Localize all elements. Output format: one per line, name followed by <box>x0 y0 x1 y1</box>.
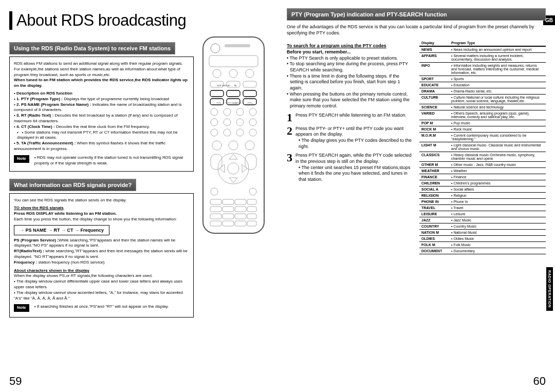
rds-item-list: 1. PTY (Program Type) : Displays the typ… <box>14 97 189 152</box>
table-row: NEWSNews including an announced opinion … <box>419 46 546 53</box>
note-label: Note <box>14 304 29 312</box>
page-title: About RDS broadcasting <box>9 11 268 30</box>
table-row: PHONE INPhone In <box>419 199 546 205</box>
table-row: CLASSICSHeavy classical music-Orchestra … <box>419 152 546 162</box>
table-row: INFOInformation including weights and me… <box>419 63 546 76</box>
rds-desc-head: • Description on RDS function <box>14 91 189 97</box>
step-body: Press PTY SEARCH while listenning to an … <box>295 113 413 119</box>
pty-pre-bullets: • The PTY Search is only applicable to p… <box>287 55 413 109</box>
pty-h2: Before you start, remember... <box>287 49 413 55</box>
table-row: FINANCEFinance <box>419 174 546 180</box>
info-chars-head: About characters shown in the display <box>14 268 189 274</box>
rds-note: • RDS may not operate correctly if the s… <box>34 155 189 166</box>
table-row: SCIENCENatural science and technology <box>419 104 546 110</box>
svg-text:PTY-: PTY- <box>217 102 221 104</box>
rds-item: 5. TA (Traffic Announcement) : When this… <box>14 141 189 152</box>
info-freq: Frequency : station frequency (non-RDS s… <box>14 260 189 266</box>
table-row: SOCIAL ASocial affairs <box>419 186 546 193</box>
rds-item: • Some stations may not transmit PTY, RT… <box>14 130 189 141</box>
table-row: OTHER MOther music - Jazz, R&B country m… <box>419 162 546 168</box>
info-h2: Press RDS DISPLAY while listening to an … <box>14 211 189 217</box>
table-row: CHILDRENChildren's programmes <box>419 180 546 186</box>
rds-item: 3. RT (Radio Text) : Decodes the text br… <box>14 113 189 124</box>
svg-rect-11 <box>227 90 240 97</box>
pty-bullet: • There is a time limit in doing the fol… <box>287 73 413 91</box>
svg-text:RDS DISPLAY: RDS DISPLAY <box>217 84 230 87</box>
step-number: 3 <box>287 153 292 163</box>
table-row: LIGHT MLight classical music- Classical … <box>419 142 546 152</box>
note-label: Note <box>14 155 29 163</box>
svg-rect-2 <box>225 44 250 47</box>
table-row: RELIGIONReligion <box>419 193 546 199</box>
rds-intro: RDS allows FM stations to send an additi… <box>14 61 189 78</box>
step-body: Press the PTY- or PTY+ until the PTY cod… <box>295 126 413 150</box>
table-row: POP MPop music <box>419 120 546 126</box>
table-row: SPORTSports <box>419 76 546 82</box>
table-row: TRAVELTravel <box>419 205 546 211</box>
section-bar-pty: PTY (Program Type) indication and PTY-SE… <box>287 8 546 21</box>
pty-step: 3Press PTY SEARCH again, while the PTY c… <box>287 153 413 182</box>
table-row: DRAMADrama-Radio serial, etc. <box>419 88 546 95</box>
page-number-right: 60 <box>533 375 546 388</box>
rds-boldline: When tuned to an FM station which provid… <box>14 78 189 89</box>
table-row: OLDIESOldies Music <box>419 236 546 242</box>
remote-control-illustration: RDS DISPLAY TA PTY- PTY SEARCH PTY+ <box>199 35 268 235</box>
pty-h1: To search for a program using the PTY co… <box>287 43 413 49</box>
page-right: PTY (Program Type) indication and PTY-SE… <box>278 0 555 392</box>
pty-steps-list: 1Press PTY SEARCH while listenning to an… <box>287 113 413 183</box>
table-row: WEATHERWeather <box>419 168 546 174</box>
page-left: About RDS broadcasting Using the RDS (Ra… <box>0 0 278 392</box>
table-row: COUNTRYCountry Music <box>419 223 546 230</box>
manual-spread: About RDS broadcasting Using the RDS (Ra… <box>0 0 555 392</box>
info-bullets: The display window cannot differentiate … <box>14 279 189 301</box>
pty-step: 2Press the PTY- or PTY+ until the PTY co… <box>287 126 413 150</box>
info-line3: When the display shows PS,or RT signals,… <box>14 273 189 279</box>
table-row: LEISURELeisure <box>419 211 546 217</box>
svg-rect-10 <box>210 90 224 97</box>
info-note: • If searching finishes at once,"PS"and … <box>34 304 169 310</box>
svg-text:PTY SEARCH: PTY SEARCH <box>228 102 241 104</box>
pty-bullet: • The PTY Search is only applicable to p… <box>287 55 413 62</box>
rds-flow: → PS NAME → RT → CT → Frequency <box>14 225 109 235</box>
info-rt: RT(RadioText) : while searching,"RT"appe… <box>14 249 189 260</box>
rds-description-box: RDS allows FM stations to send an additi… <box>9 57 194 172</box>
step-number: 2 <box>287 126 292 136</box>
step-number: 1 <box>287 113 292 123</box>
section-bar-info: What information can RDS signals provide… <box>9 179 136 191</box>
svg-text:PTY+: PTY+ <box>248 102 253 104</box>
svg-text:TA: TA <box>234 84 236 87</box>
pty-intro: One of the advantages of the RDS service… <box>287 24 546 36</box>
table-row: M.O.R.MCurrent contemporary music consid… <box>419 133 546 142</box>
svg-rect-12 <box>243 90 256 97</box>
table-row: FOLK MFolk Music <box>419 242 546 248</box>
pty-step: 1Press PTY SEARCH while listenning to an… <box>287 113 413 123</box>
step-body: Press PTY SEARCH again, while the PTY co… <box>295 153 413 182</box>
table-row: VARIEDOthers-Speech, amusing program (qu… <box>419 110 546 120</box>
table-row: AFFAIRSSeveral matters including a curre… <box>419 53 546 63</box>
pty-bullet: • When pressing the buttons on the prima… <box>287 91 413 109</box>
info-h1: TO show the RDS signals <box>14 206 189 211</box>
table-row: JAZZJazz Music <box>419 217 546 223</box>
info-line1: You can see the RDS signals the station … <box>14 198 189 203</box>
pty-bullet: • To stop searching any time during the … <box>287 61 413 73</box>
rds-item: 2. PS NAME (Program Service Name) : Indi… <box>14 102 189 114</box>
table-row: CULTURECulture-National or local culture… <box>419 95 546 104</box>
table-row: NATION MNational Music <box>419 230 546 236</box>
rds-item: 1. PTY (Program Type) : Displays the typ… <box>14 97 189 102</box>
section-bar-rds: Using the RDS (Radio Data System) to rec… <box>9 42 175 54</box>
table-row: ROCK MRock music <box>419 126 546 133</box>
page-number-left: 59 <box>9 375 22 388</box>
pty-codes-table: DisplayProgram Type NEWSNews including a… <box>419 40 546 254</box>
rds-item: 4. CT (Clock Time) : Decodes the real ti… <box>14 124 189 130</box>
info-line2: Each time you press the button, the disp… <box>14 217 189 222</box>
info-ps: PS (Program Service) :While searching,"P… <box>14 238 189 249</box>
rds-info-box: You can see the RDS signals the station … <box>9 193 194 318</box>
table-row: EDUCATEEducation <box>419 82 546 88</box>
table-row: DOCUMENTDocumentary <box>419 248 546 254</box>
